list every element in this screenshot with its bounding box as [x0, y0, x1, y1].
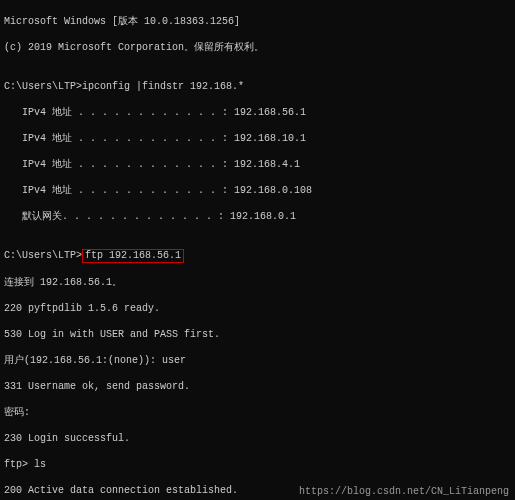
- ftp-line: 331 Username ok, send password.: [4, 380, 511, 393]
- ipconfig-row: IPv4 地址 . . . . . . . . . . . . : 192.16…: [4, 132, 511, 145]
- ipconfig-cmd: C:\Users\LTP>ipconfig |findstr 192.168.*: [4, 80, 511, 93]
- ipconfig-row: IPv4 地址 . . . . . . . . . . . . : 192.16…: [4, 158, 511, 171]
- prompt: C:\Users\LTP>: [4, 250, 82, 261]
- ftp-line: 220 pyftpdlib 1.5.6 ready.: [4, 302, 511, 315]
- ftp-line: 密码:: [4, 406, 511, 419]
- ls-cmd: ftp> ls: [4, 458, 511, 471]
- ftp-command-highlight: ftp 192.168.56.1: [82, 249, 184, 263]
- ftp-connect: 连接到 192.168.56.1。: [4, 276, 511, 289]
- ipconfig-row: IPv4 地址 . . . . . . . . . . . . : 192.16…: [4, 184, 511, 197]
- watermark: https://blog.csdn.net/CN_LiTianpeng: [299, 485, 509, 498]
- ipconfig-row: IPv4 地址 . . . . . . . . . . . . : 192.16…: [4, 106, 511, 119]
- header-line: Microsoft Windows [版本 10.0.18363.1256]: [4, 15, 511, 28]
- cmd-terminal[interactable]: Microsoft Windows [版本 10.0.18363.1256] (…: [0, 0, 515, 500]
- ftp-cmd-line: C:\Users\LTP>ftp 192.168.56.1: [4, 249, 511, 263]
- ftp-line: 用户(192.168.56.1:(none)): user: [4, 354, 511, 367]
- copyright-line: (c) 2019 Microsoft Corporation。保留所有权利。: [4, 41, 511, 54]
- ftp-line: 530 Log in with USER and PASS first.: [4, 328, 511, 341]
- ftp-line: 230 Login successful.: [4, 432, 511, 445]
- ipconfig-row: 默认网关. . . . . . . . . . . . . : 192.168.…: [4, 210, 511, 223]
